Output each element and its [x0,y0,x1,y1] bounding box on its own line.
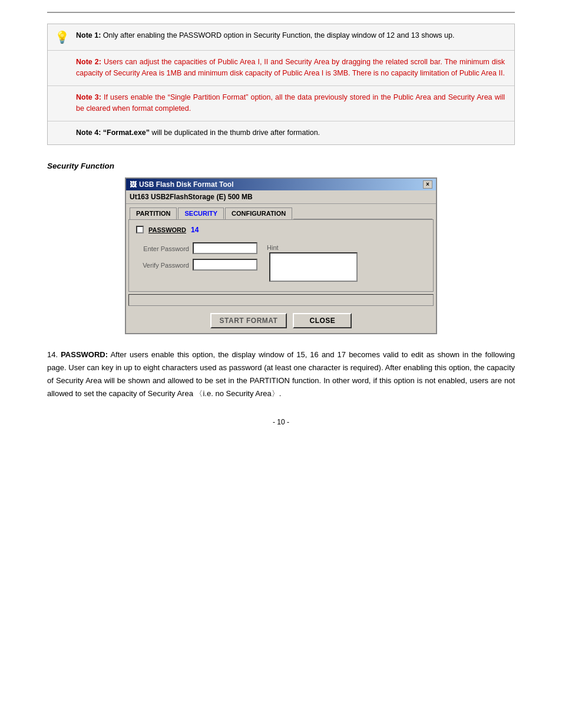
description-text: 14. PASSWORD: After users enable this op… [47,348,515,400]
usb-content-area: PASSWORD 14 Enter Password Verify Passwo… [128,219,434,292]
verify-password-label: Verify Password [136,260,189,269]
note-1-label: Note 1: [76,31,101,39]
password-row: PASSWORD 14 [136,226,426,234]
usb-window: 🖼 USB Flash Disk Format Tool × Ut163 USB… [125,177,437,334]
bulb-icon: 💡 [54,30,70,44]
note-1-body: Only after enabling the PASSWORD option … [101,31,454,39]
usb-buttons-area: START FORMAT CLOSE [126,308,436,333]
item-number: 14. [47,350,58,359]
note-3: Note 3: If users enable the “Single Part… [48,86,514,121]
enter-password-label: Enter Password [136,243,189,252]
page-number: - 10 - [47,418,515,426]
password-label: PASSWORD [148,226,186,233]
usb-progress-bar [128,294,434,306]
note-3-body: If users enable the “Single Partition Fo… [76,93,505,113]
section-title: Security Function [47,162,515,170]
note-4-text: Note 4: “Format.exe” will be duplicated … [76,127,505,139]
password-checkbox[interactable] [136,226,144,233]
hint-label: Hint [267,242,358,251]
close-button[interactable]: CLOSE [293,313,352,328]
verify-password-row: Verify Password [136,259,257,271]
hint-section: Hint [267,242,358,282]
note-4-body: will be duplicated in the thumb drive af… [150,129,320,137]
enter-password-input[interactable] [193,242,257,254]
usb-titlebar: 🖼 USB Flash Disk Format Tool × [126,179,436,190]
tab-configuration[interactable]: CONFIGURATION [225,207,292,219]
usb-close-x-btn[interactable]: × [423,180,432,189]
note-3-label: Note 3: [76,93,101,101]
note-1-text: Note 1: Only after enabling the PASSWORD… [76,30,505,41]
note-4-label: Note 4: “Format.exe” [76,129,150,137]
note-2-body: Users can adjust the capacities of Publi… [76,58,505,77]
usb-window-title: USB Flash Disk Format Tool [139,180,233,189]
usb-device-info: Ut163 USB2FlashStorage (E) 500 MB [130,193,253,201]
enter-password-row: Enter Password [136,242,257,254]
top-divider [47,12,515,13]
usb-titlebar-left: 🖼 USB Flash Disk Format Tool [130,180,233,189]
note-1: 💡 Note 1: Only after enabling the PASSWO… [48,24,514,51]
password-number: 14 [191,226,199,234]
note-2-label: Note 2: [76,58,101,66]
note-4: Note 4: “Format.exe” will be duplicated … [48,121,514,144]
note-3-text: Note 3: If users enable the “Single Part… [76,92,505,115]
description-body: After users enable this option, the disp… [47,350,515,398]
start-format-button[interactable]: START FORMAT [210,313,287,328]
tab-partition[interactable]: PARTITION [130,207,177,219]
notes-container: 💡 Note 1: Only after enabling the PASSWO… [47,24,515,145]
password-bold: PASSWORD: [61,350,108,359]
usb-tabs: PARTITION SECURITY CONFIGURATION [126,204,436,219]
note-2: Note 2: Users can adjust the capacities … [48,51,514,86]
enter-password-section: Enter Password Verify Password Hint [136,242,426,282]
usb-window-icon: 🖼 [130,180,137,189]
verify-password-input[interactable] [193,259,257,271]
password-fields: Enter Password Verify Password [136,242,257,271]
note-2-text: Note 2: Users can adjust the capacities … [76,57,505,80]
hint-input[interactable] [269,252,358,282]
tab-security[interactable]: SECURITY [178,207,224,219]
usb-toolbar: Ut163 USB2FlashStorage (E) 500 MB [126,190,436,204]
